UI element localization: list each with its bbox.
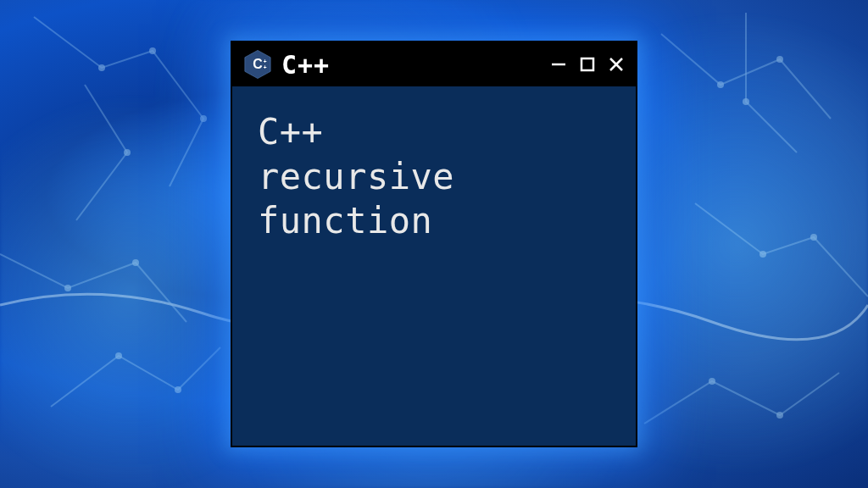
- svg-point-5: [115, 352, 122, 359]
- svg-point-2: [200, 115, 207, 122]
- svg-point-4: [132, 259, 139, 266]
- svg-point-10: [810, 234, 817, 241]
- svg-text:+: +: [264, 58, 267, 64]
- svg-point-9: [760, 251, 766, 258]
- body-text-line: C++: [258, 110, 610, 155]
- svg-point-0: [98, 64, 105, 71]
- svg-rect-20: [581, 58, 593, 70]
- window-controls: [549, 55, 626, 74]
- window-body: C++ recursive function: [232, 86, 636, 268]
- close-button[interactable]: [607, 55, 626, 74]
- svg-point-3: [64, 285, 71, 291]
- svg-point-12: [776, 412, 783, 419]
- svg-text:C: C: [253, 57, 262, 71]
- svg-point-14: [124, 149, 131, 156]
- app-window: C + + C++ C++ recursive function: [231, 41, 637, 447]
- svg-point-6: [175, 386, 181, 393]
- minimize-button[interactable]: [549, 55, 568, 74]
- svg-point-13: [743, 98, 749, 105]
- window-title: C++: [281, 50, 541, 80]
- body-text-line: recursive: [258, 155, 610, 200]
- cpp-hexagon-icon: C + +: [242, 49, 273, 80]
- window-titlebar[interactable]: C + + C++: [232, 42, 636, 86]
- svg-point-7: [717, 81, 724, 88]
- svg-point-1: [149, 47, 156, 54]
- maximize-button[interactable]: [578, 55, 597, 74]
- svg-point-8: [776, 56, 783, 63]
- svg-text:+: +: [264, 64, 267, 70]
- svg-point-11: [709, 378, 715, 385]
- body-text-line: function: [258, 199, 610, 244]
